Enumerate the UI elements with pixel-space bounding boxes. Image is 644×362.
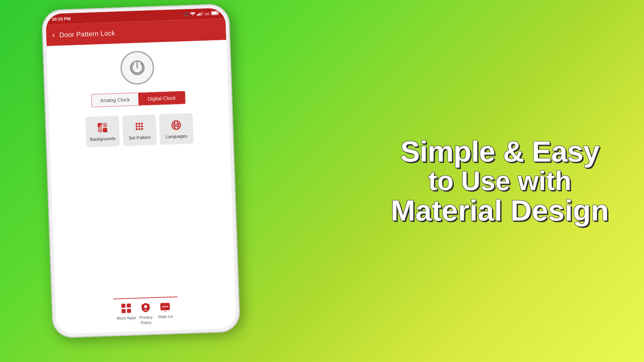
back-button[interactable]: ‹ bbox=[52, 31, 55, 40]
svg-line-25 bbox=[172, 125, 180, 125]
svg-rect-2 bbox=[200, 13, 201, 16]
svg-rect-1 bbox=[198, 14, 199, 16]
power-button[interactable] bbox=[120, 50, 155, 85]
set-pattern-label: Set Pattern bbox=[129, 135, 151, 141]
clock-toggle: Analog Clock Digital Clock bbox=[91, 91, 185, 107]
svg-point-16 bbox=[141, 123, 143, 125]
svg-point-30 bbox=[144, 305, 147, 308]
feature-grid: Backgrounds bbox=[54, 112, 224, 148]
analog-clock-button[interactable]: Analog Clock bbox=[92, 93, 139, 107]
status-icons: 🎧 161 bbox=[184, 11, 219, 17]
data-speed: 161 bbox=[204, 12, 210, 16]
power-icon bbox=[128, 59, 146, 77]
phone-mockup: 10:15 PM 🎧 161 ‹ D bbox=[41, 4, 240, 339]
backgrounds-card[interactable]: Backgrounds bbox=[85, 116, 120, 147]
backgrounds-label: Backgrounds bbox=[90, 136, 115, 143]
svg-rect-4 bbox=[202, 11, 203, 15]
app-content: Analog Clock Digital Clock bbox=[47, 40, 236, 334]
more-apps-label: More Apps bbox=[117, 315, 136, 321]
status-time: 10:15 PM bbox=[52, 16, 71, 22]
svg-point-20 bbox=[136, 128, 138, 130]
svg-line-9 bbox=[137, 62, 138, 68]
promo-text-block: Simple & Easy to Use with Material Desig… bbox=[382, 136, 617, 226]
svg-rect-26 bbox=[121, 304, 125, 308]
phone-frame: 10:15 PM 🎧 161 ‹ D bbox=[41, 4, 240, 339]
svg-rect-11 bbox=[103, 123, 107, 127]
svg-point-17 bbox=[136, 125, 138, 127]
privacy-icon bbox=[140, 302, 151, 313]
svg-rect-7 bbox=[212, 12, 217, 14]
svg-marker-35 bbox=[164, 311, 167, 312]
svg-rect-28 bbox=[121, 309, 125, 313]
privacy-policy-label: Privacy Policy bbox=[136, 315, 156, 326]
svg-point-21 bbox=[139, 128, 141, 130]
phone-screen: 10:15 PM 🎧 161 ‹ D bbox=[45, 8, 236, 334]
battery-icon bbox=[211, 11, 219, 16]
svg-rect-27 bbox=[126, 303, 130, 307]
bottom-nav: More Apps Privacy Policy bbox=[113, 296, 179, 332]
rate-us-label: Rate Us bbox=[158, 314, 173, 320]
svg-rect-29 bbox=[127, 309, 131, 313]
more-apps-icon bbox=[120, 303, 131, 314]
promo-line3: Material Design bbox=[382, 195, 617, 226]
svg-rect-12 bbox=[98, 128, 102, 132]
backgrounds-icon bbox=[97, 122, 108, 133]
svg-rect-0 bbox=[197, 14, 198, 16]
promo-line2: to Use with bbox=[382, 167, 617, 195]
promo-line1: Simple & Easy bbox=[382, 136, 617, 167]
svg-rect-13 bbox=[103, 128, 107, 132]
svg-point-18 bbox=[138, 125, 140, 127]
digital-clock-button[interactable]: Digital Clock bbox=[138, 91, 185, 105]
headphone-icon: 🎧 bbox=[184, 12, 189, 16]
more-apps-nav[interactable]: More Apps bbox=[116, 303, 137, 328]
svg-rect-3 bbox=[201, 12, 202, 15]
svg-point-22 bbox=[141, 128, 143, 130]
svg-point-14 bbox=[136, 123, 138, 125]
set-pattern-card[interactable]: Set Pattern bbox=[122, 114, 157, 146]
svg-rect-6 bbox=[218, 12, 219, 14]
rate-us-icon bbox=[160, 301, 171, 312]
wifi-icon bbox=[190, 12, 196, 17]
app-title: Door Pattern Lock bbox=[59, 29, 115, 39]
content-spacer bbox=[140, 152, 145, 298]
languages-icon bbox=[171, 120, 182, 131]
svg-point-19 bbox=[141, 125, 143, 127]
languages-label: Languages bbox=[166, 133, 187, 140]
pattern-icon bbox=[134, 121, 145, 132]
rate-us-nav[interactable]: Rate Us bbox=[155, 301, 176, 327]
signal-icon bbox=[197, 11, 203, 16]
svg-point-15 bbox=[138, 123, 140, 125]
languages-card[interactable]: Languages bbox=[159, 113, 194, 145]
privacy-policy-nav[interactable]: Privacy Policy bbox=[136, 302, 156, 327]
svg-rect-10 bbox=[98, 123, 102, 127]
